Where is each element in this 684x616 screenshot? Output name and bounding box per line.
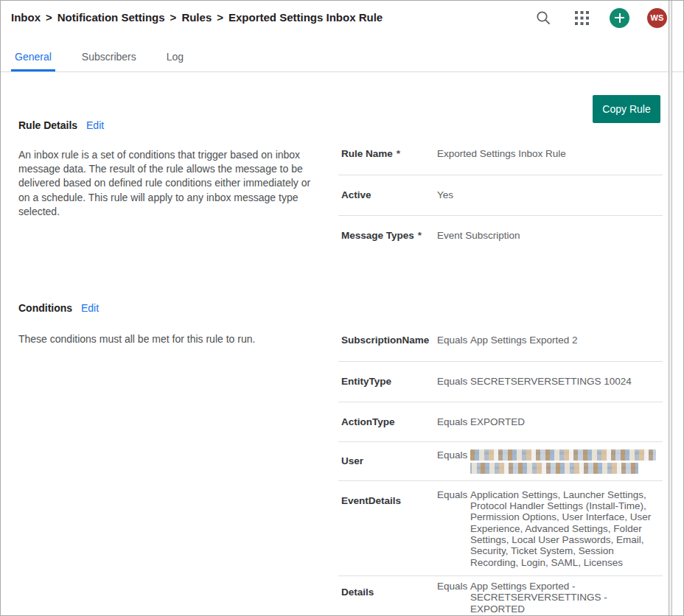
vertical-scrollbar[interactable]: [669, 1, 672, 615]
condition-row-action-type: ActionType Equals EXPORTED: [338, 402, 663, 442]
field-label: Active: [341, 189, 371, 200]
tabs: General Subscribers Log: [11, 51, 210, 63]
field-row-rule-name: Rule Name* Exported Settings Inbox Rule: [338, 145, 663, 175]
field-row-message-types: Message Types* Event Subscription: [338, 216, 663, 255]
condition-value: SECRETSERVERSETTINGS 10024: [470, 376, 663, 387]
condition-row-event-details: EventDetails Equals Application Settings…: [338, 481, 663, 576]
required-asterisk: *: [397, 148, 400, 159]
condition-row-entity-type: EntityType Equals SECRETSERVERSETTINGS 1…: [338, 362, 663, 402]
condition-field: EventDetails: [341, 489, 437, 506]
condition-field: Details: [341, 581, 437, 598]
condition-field: User: [341, 449, 437, 466]
condition-operator: Equals: [437, 449, 470, 461]
condition-operator: Equals: [437, 335, 470, 346]
field-value: Yes: [437, 189, 663, 200]
tab-log[interactable]: Log: [163, 51, 187, 63]
field-row-active: Active Yes: [338, 175, 663, 215]
redacted-user-value: [470, 449, 656, 461]
main-content: Copy Rule Rule Details Edit An inbox rul…: [1, 72, 667, 615]
rule-details-description: An inbox rule is a set of conditions tha…: [18, 148, 324, 219]
tab-general[interactable]: General: [11, 51, 55, 63]
condition-operator: Equals: [437, 489, 470, 500]
condition-value: EXPORTED: [470, 416, 663, 427]
conditions-heading: Conditions Edit: [18, 302, 99, 314]
conditions-edit-link[interactable]: Edit: [81, 302, 99, 314]
rule-details-fields: Rule Name* Exported Settings Inbox Rule …: [338, 145, 663, 255]
rule-details-title: Rule Details: [18, 119, 77, 131]
rule-details-heading: Rule Details Edit: [18, 119, 104, 131]
copy-rule-button[interactable]: Copy Rule: [593, 95, 660, 123]
condition-value: Application Settings, Launcher Settings,…: [470, 489, 663, 568]
condition-operator: Equals: [437, 581, 470, 592]
field-value: Exported Settings Inbox Rule: [437, 148, 663, 159]
condition-field: EntityType: [341, 376, 437, 387]
field-value: Event Subscription: [437, 230, 663, 241]
condition-row-subscription-name: SubscriptionName Equals App Settings Exp…: [338, 332, 663, 362]
app-window: Inbox>Notification Settings>Rules>Export…: [0, 0, 684, 616]
rule-details-edit-link[interactable]: Edit: [86, 119, 104, 131]
tab-strip: General Subscribers Log: [1, 1, 683, 72]
field-label: Message Types: [341, 230, 414, 241]
condition-operator: Equals: [437, 376, 470, 387]
condition-field: ActionType: [341, 416, 437, 427]
condition-row-user: User Equals: [338, 442, 663, 481]
field-label: Rule Name: [341, 148, 393, 159]
redacted-user-value: [470, 463, 638, 474]
tab-subscribers[interactable]: Subscribers: [78, 51, 140, 63]
required-asterisk: *: [418, 230, 422, 241]
condition-value: App Settings Exported 2: [470, 335, 663, 346]
condition-field: SubscriptionName: [341, 335, 437, 346]
conditions-description: These conditions must all be met for thi…: [18, 332, 328, 346]
conditions-title: Conditions: [18, 302, 72, 314]
conditions-rows: SubscriptionName Equals App Settings Exp…: [338, 332, 663, 616]
condition-row-details: Details Equals App Settings Exported - S…: [338, 576, 663, 616]
condition-value: App Settings Exported - SECRETSERVERSETT…: [470, 581, 663, 615]
condition-operator: Equals: [437, 416, 470, 427]
